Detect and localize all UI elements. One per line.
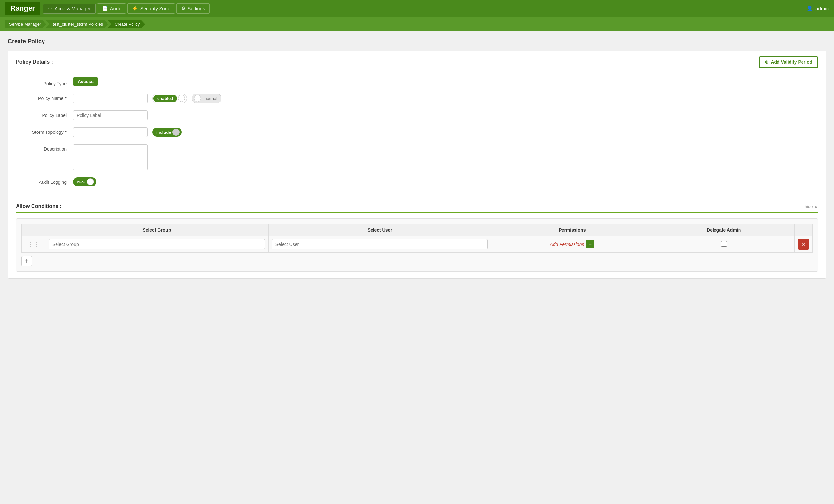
doc-icon: 📄: [102, 5, 108, 12]
delete-row-button[interactable]: ✕: [798, 239, 809, 250]
breadcrumb-create-policy[interactable]: Create Policy: [108, 20, 145, 28]
add-permissions-link[interactable]: Add Permissions: [550, 242, 584, 247]
delegate-admin-checkbox[interactable]: [721, 241, 727, 247]
storm-topology-inputs: include: [73, 127, 181, 137]
col-select-group: Select Group: [45, 224, 269, 236]
audit-logging-row: Audit Logging YES: [21, 177, 813, 187]
normal-toggle-circle: [194, 95, 201, 102]
policy-type-row: Policy Type Access: [21, 79, 813, 86]
description-row: Description: [21, 144, 813, 170]
storm-topology-row: Storm Topology include: [21, 127, 813, 137]
policy-name-input[interactable]: [73, 93, 148, 103]
page-title: Create Policy: [8, 38, 826, 45]
permissions-cell: Add Permissions +: [491, 236, 653, 253]
delegate-admin-cell: [653, 236, 795, 253]
user-cell: [268, 236, 491, 253]
audit-logging-toggle[interactable]: YES: [73, 177, 96, 187]
policy-name-inputs: enabled normal: [73, 93, 221, 103]
enabled-toggle-circle: [178, 95, 185, 102]
page-content: Create Policy Policy Details : ⊕ Add Val…: [0, 31, 834, 292]
enabled-toggle[interactable]: enabled: [152, 94, 187, 103]
table-row: ⋮⋮ Add Permissions +: [22, 236, 813, 253]
add-permissions-wrap: Add Permissions +: [495, 240, 650, 248]
policy-name-label: Policy Name: [21, 93, 73, 101]
audit-logging-label: Audit Logging: [21, 177, 73, 185]
breadcrumb-service-manager[interactable]: Service Manager: [5, 20, 46, 28]
policy-form: Policy Type Access Policy Name enabled: [8, 72, 826, 203]
add-row-button[interactable]: +: [21, 256, 32, 266]
allow-conditions-section: Allow Conditions : hide ▲ Select Group S…: [8, 203, 826, 278]
shield-icon: 🛡: [48, 6, 52, 12]
policy-type-badge: Access: [73, 79, 98, 84]
policy-type-label: Policy Type: [21, 79, 73, 86]
clock-icon: ⊕: [765, 60, 769, 65]
breadcrumb-policies[interactable]: test_cluster_storm Policies: [45, 20, 108, 28]
group-cell: [45, 236, 269, 253]
user-icon: 👤: [807, 5, 813, 12]
hide-link[interactable]: hide ▲: [805, 204, 818, 209]
policy-label-input[interactable]: [73, 110, 148, 120]
nav-security-zone[interactable]: ⚡ Security Zone: [127, 3, 175, 14]
description-label: Description: [21, 144, 73, 152]
col-delegate-admin: Delegate Admin: [653, 224, 795, 236]
select-group-input[interactable]: [49, 239, 265, 249]
col-select-user: Select User: [268, 224, 491, 236]
include-toggle[interactable]: include: [152, 128, 181, 137]
nav-access-manager[interactable]: 🛡 Access Manager: [43, 4, 96, 14]
delete-row-cell: ✕: [795, 236, 813, 253]
include-toggle-circle: [172, 129, 180, 136]
policy-details-title: Policy Details : ⊕ Add Validity Period: [8, 51, 826, 72]
select-user-input[interactable]: [272, 239, 488, 249]
drag-col-header: [22, 224, 45, 236]
policy-label-label: Policy Label: [21, 110, 73, 118]
drag-handle-icon[interactable]: ⋮⋮: [25, 241, 42, 247]
gear-icon: ⚙: [181, 5, 185, 12]
conditions-wrap: Select Group Select User Permissions Del…: [16, 218, 818, 272]
normal-toggle[interactable]: normal: [192, 93, 221, 103]
navbar: Ranger 🛡 Access Manager 📄 Audit ⚡ Securi…: [0, 0, 834, 17]
allow-conditions-title: Allow Conditions :: [16, 203, 61, 209]
policy-label-row: Policy Label: [21, 110, 813, 120]
user-menu[interactable]: 👤 admin: [807, 5, 829, 12]
conditions-table: Select Group Select User Permissions Del…: [21, 224, 813, 253]
col-permissions: Permissions: [491, 224, 653, 236]
chevron-up-icon: ▲: [814, 204, 818, 209]
nav-settings[interactable]: ⚙ Settings: [176, 3, 210, 14]
policy-details-card: Policy Details : ⊕ Add Validity Period P…: [8, 51, 826, 279]
brand-logo[interactable]: Ranger: [5, 2, 40, 15]
nav-audit[interactable]: 📄 Audit: [97, 3, 126, 14]
add-validity-period-button[interactable]: ⊕ Add Validity Period: [759, 56, 818, 68]
policy-name-row: Policy Name enabled normal: [21, 93, 813, 103]
audit-toggle-circle: [87, 178, 94, 185]
storm-topology-label: Storm Topology: [21, 127, 73, 135]
col-actions: [795, 224, 813, 236]
add-permissions-plus-button[interactable]: +: [586, 240, 594, 248]
allow-conditions-header: Allow Conditions : hide ▲: [16, 203, 818, 213]
drag-handle-cell: ⋮⋮: [22, 236, 45, 253]
storm-topology-input[interactable]: [73, 127, 148, 137]
description-input[interactable]: [73, 144, 148, 170]
breadcrumb: Service Manager test_cluster_storm Polic…: [0, 17, 834, 31]
bolt-icon: ⚡: [132, 5, 138, 12]
